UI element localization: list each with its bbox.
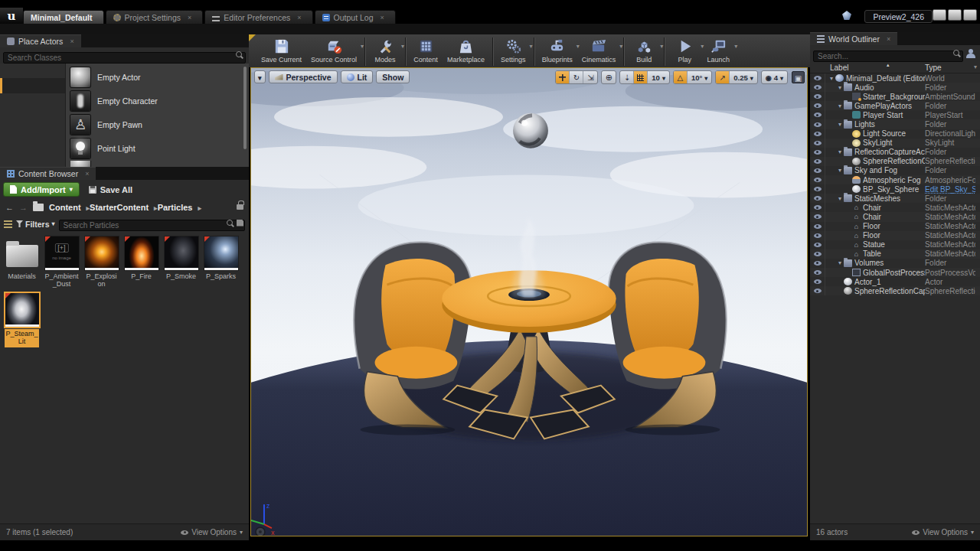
outliner-row[interactable]: SphereReflectionCapture SphereReflection… (810, 286, 980, 295)
outliner-row[interactable]: Player Start PlayerStart (810, 110, 980, 119)
visibility-toggle[interactable] (810, 175, 825, 184)
toolbar-button[interactable]: Settings (496, 36, 531, 64)
actor-type[interactable]: StaticMeshActor (925, 231, 975, 240)
rotation-snap-toggle[interactable] (674, 71, 688, 83)
visibility-toggle[interactable] (810, 92, 825, 101)
close-icon[interactable] (887, 35, 890, 43)
back-button[interactable]: ← (5, 203, 14, 212)
perspective-button[interactable]: Perspective (269, 70, 338, 83)
actor-type[interactable]: Folder (925, 194, 975, 203)
category-item[interactable] (0, 93, 65, 108)
outliner-row[interactable]: GlobalPostProcessVolume PostProcessVolum… (810, 268, 980, 277)
place-actor-item[interactable]: Empty Character (70, 89, 240, 112)
outliner-row[interactable]: Chair StaticMeshActor (810, 203, 980, 212)
grid-snap-value[interactable]: 10 (648, 71, 669, 83)
breadcrumb-item[interactable]: StarterContent (90, 203, 158, 212)
visibility-toggle[interactable] (810, 110, 825, 119)
actor-type[interactable]: StaticMeshActor (925, 240, 975, 249)
visibility-toggle[interactable] (810, 249, 825, 259)
outliner-row[interactable]: Actor_1 Actor (810, 277, 980, 286)
category-item[interactable] (0, 78, 65, 93)
preview-build-button[interactable]: Preview2_426 (864, 10, 933, 23)
outliner-row[interactable]: Starter_Background_Cue AmbientSound (810, 92, 980, 101)
visibility-toggle[interactable] (810, 259, 825, 268)
tab-world-outliner[interactable]: World Outliner (810, 32, 897, 45)
category-item[interactable] (0, 138, 65, 152)
outliner-row[interactable]: Volumes Folder (810, 259, 980, 268)
outliner-column-header[interactable]: Label ▴ Type (810, 64, 980, 73)
visibility-toggle[interactable] (810, 286, 825, 295)
visibility-toggle[interactable] (810, 222, 825, 231)
scale-tool-button[interactable] (583, 71, 597, 83)
expander-icon[interactable] (836, 167, 844, 174)
visibility-toggle[interactable] (810, 277, 825, 286)
toolbar-button[interactable]: Blueprints (537, 36, 577, 64)
actor-type[interactable]: SphereReflectionCapture (925, 287, 975, 295)
visibility-toggle[interactable] (810, 203, 825, 212)
category-item[interactable] (0, 152, 65, 167)
actor-type[interactable]: StaticMeshActor (925, 222, 975, 230)
outliner-row[interactable]: Lights Folder (810, 119, 980, 129)
outliner-search-input[interactable] (813, 51, 963, 62)
lit-mode-button[interactable]: Lit (341, 70, 374, 83)
actor-type[interactable]: Folder (925, 148, 975, 156)
visibility-toggle[interactable] (810, 240, 825, 249)
place-actor-item[interactable]: Empty Actor (70, 65, 240, 89)
classes-search-input[interactable] (3, 52, 246, 64)
outliner-row[interactable]: Light Source DirectionalLight (810, 129, 980, 139)
add-actor-icon[interactable] (966, 49, 976, 58)
actor-type[interactable]: DirectionalLight (925, 129, 975, 138)
breadcrumb-item[interactable]: Content (49, 203, 90, 212)
toolbar-button[interactable]: Play (668, 36, 701, 64)
place-actor-item[interactable]: Empty Pawn (70, 112, 240, 136)
visibility-toggle[interactable] (810, 231, 825, 240)
lock-icon[interactable] (237, 204, 243, 210)
visibility-toggle[interactable] (810, 83, 825, 92)
asset-tile[interactable]: Materials (5, 236, 39, 288)
outliner-row[interactable]: Atmospheric Fog AtmosphericFog (810, 175, 980, 184)
expander-icon[interactable] (836, 121, 844, 128)
toolbar-button[interactable]: Build (627, 36, 661, 64)
actor-type[interactable]: PlayerStart (925, 111, 975, 119)
asset-tile[interactable]: P_Smoke (164, 236, 198, 288)
close-icon[interactable] (297, 14, 301, 21)
level-viewport[interactable]: z x Perspective Lit Show (250, 67, 808, 536)
outliner-row[interactable]: SphereReflectionCapture10 SphereReflecti… (810, 157, 980, 166)
toolbar-button[interactable]: Cinematics (577, 36, 621, 64)
visibility-toggle[interactable] (810, 212, 825, 221)
actor-type[interactable]: StaticMeshActor (925, 249, 975, 258)
label-column-header[interactable]: Label (830, 64, 848, 72)
outliner-row[interactable]: GamePlayActors Folder (810, 101, 980, 110)
close-icon[interactable] (70, 37, 74, 45)
chevron-down-icon[interactable] (619, 43, 622, 50)
actor-type[interactable]: World (925, 74, 975, 83)
grid-snap-toggle[interactable] (634, 71, 648, 83)
visibility-toggle[interactable] (810, 166, 825, 175)
outliner-row[interactable]: Chair StaticMeshActor (810, 212, 980, 221)
viewport-scene[interactable]: z x (251, 68, 807, 536)
editor-tab[interactable]: Output Log (315, 10, 396, 24)
outliner-row[interactable]: Sky and Fog Folder (810, 166, 980, 175)
expander-icon[interactable] (836, 103, 844, 109)
column-filter-icon[interactable] (974, 64, 977, 70)
close-button[interactable] (963, 9, 977, 21)
scrollbar[interactable] (243, 67, 247, 149)
outliner-row[interactable]: StaticMeshes Folder (810, 194, 980, 203)
save-all-button[interactable]: Save All (89, 185, 132, 194)
close-icon[interactable] (85, 170, 89, 178)
forward-button[interactable]: → (19, 203, 28, 212)
expander-icon[interactable] (828, 75, 835, 82)
visibility-toggle[interactable] (810, 101, 825, 110)
scale-snap-value[interactable]: 0.25 (730, 71, 757, 83)
tab-content-browser[interactable]: Content Browser (0, 167, 96, 180)
camera-speed-button[interactable]: 4 (762, 71, 787, 83)
add-import-button[interactable]: Add/Import (3, 182, 80, 197)
view-options-button[interactable]: View Options (912, 528, 974, 536)
asset-tile[interactable]: P_Fire (124, 236, 158, 288)
outliner-row[interactable]: Statue StaticMeshActor (810, 240, 980, 249)
visibility-toggle[interactable] (810, 129, 825, 139)
chevron-down-icon[interactable] (734, 43, 737, 50)
filters-button[interactable]: Filters (16, 220, 55, 229)
chevron-down-icon[interactable] (361, 43, 364, 50)
outliner-row[interactable]: Floor StaticMeshActor (810, 222, 980, 231)
